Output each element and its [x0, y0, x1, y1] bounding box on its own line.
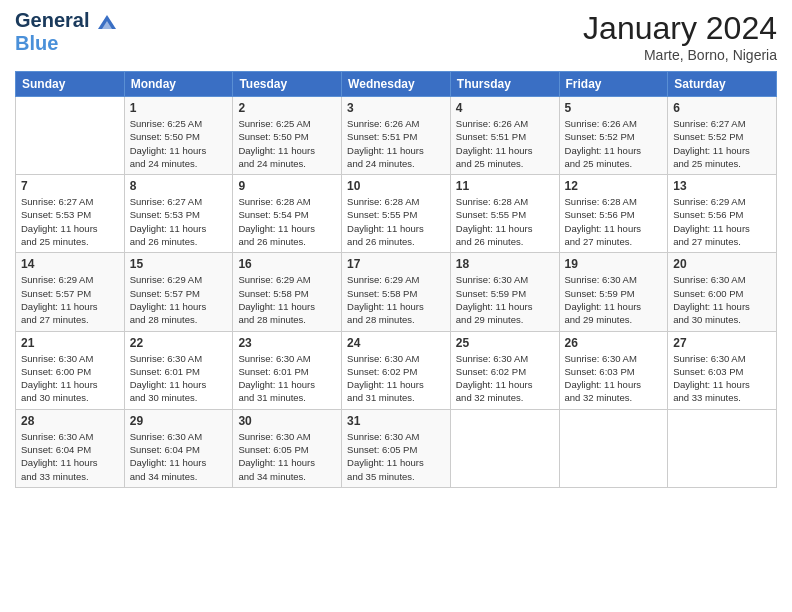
calendar-cell: 31Sunrise: 6:30 AM Sunset: 6:05 PM Dayli… — [342, 409, 451, 487]
day-number: 7 — [21, 179, 119, 193]
logo-general: General — [15, 10, 118, 33]
day-info: Sunrise: 6:29 AM Sunset: 5:58 PM Dayligh… — [238, 273, 336, 326]
week-row-2: 7Sunrise: 6:27 AM Sunset: 5:53 PM Daylig… — [16, 175, 777, 253]
week-row-1: 1Sunrise: 6:25 AM Sunset: 5:50 PM Daylig… — [16, 97, 777, 175]
day-info: Sunrise: 6:30 AM Sunset: 5:59 PM Dayligh… — [456, 273, 554, 326]
calendar-cell: 8Sunrise: 6:27 AM Sunset: 5:53 PM Daylig… — [124, 175, 233, 253]
calendar-cell: 2Sunrise: 6:25 AM Sunset: 5:50 PM Daylig… — [233, 97, 342, 175]
day-number: 28 — [21, 414, 119, 428]
calendar-cell: 21Sunrise: 6:30 AM Sunset: 6:00 PM Dayli… — [16, 331, 125, 409]
day-info: Sunrise: 6:27 AM Sunset: 5:53 PM Dayligh… — [21, 195, 119, 248]
day-number: 16 — [238, 257, 336, 271]
day-info: Sunrise: 6:30 AM Sunset: 6:04 PM Dayligh… — [21, 430, 119, 483]
day-info: Sunrise: 6:30 AM Sunset: 6:03 PM Dayligh… — [565, 352, 663, 405]
day-info: Sunrise: 6:30 AM Sunset: 6:02 PM Dayligh… — [456, 352, 554, 405]
day-info: Sunrise: 6:30 AM Sunset: 6:02 PM Dayligh… — [347, 352, 445, 405]
calendar-cell: 18Sunrise: 6:30 AM Sunset: 5:59 PM Dayli… — [450, 253, 559, 331]
calendar-cell: 6Sunrise: 6:27 AM Sunset: 5:52 PM Daylig… — [668, 97, 777, 175]
calendar-cell: 5Sunrise: 6:26 AM Sunset: 5:52 PM Daylig… — [559, 97, 668, 175]
day-number: 2 — [238, 101, 336, 115]
day-number: 6 — [673, 101, 771, 115]
logo: General Blue — [15, 10, 118, 53]
calendar-cell: 27Sunrise: 6:30 AM Sunset: 6:03 PM Dayli… — [668, 331, 777, 409]
logo-icon — [96, 11, 118, 33]
day-info: Sunrise: 6:26 AM Sunset: 5:51 PM Dayligh… — [347, 117, 445, 170]
day-number: 30 — [238, 414, 336, 428]
calendar-cell: 9Sunrise: 6:28 AM Sunset: 5:54 PM Daylig… — [233, 175, 342, 253]
day-info: Sunrise: 6:28 AM Sunset: 5:55 PM Dayligh… — [347, 195, 445, 248]
calendar-cell: 23Sunrise: 6:30 AM Sunset: 6:01 PM Dayli… — [233, 331, 342, 409]
day-number: 10 — [347, 179, 445, 193]
day-number: 12 — [565, 179, 663, 193]
day-number: 31 — [347, 414, 445, 428]
title-block: January 2024 Marte, Borno, Nigeria — [583, 10, 777, 63]
day-info: Sunrise: 6:26 AM Sunset: 5:51 PM Dayligh… — [456, 117, 554, 170]
week-row-5: 28Sunrise: 6:30 AM Sunset: 6:04 PM Dayli… — [16, 409, 777, 487]
weekday-header-thursday: Thursday — [450, 72, 559, 97]
calendar-cell — [668, 409, 777, 487]
calendar-cell: 22Sunrise: 6:30 AM Sunset: 6:01 PM Dayli… — [124, 331, 233, 409]
day-number: 14 — [21, 257, 119, 271]
day-info: Sunrise: 6:30 AM Sunset: 6:05 PM Dayligh… — [238, 430, 336, 483]
calendar-cell: 30Sunrise: 6:30 AM Sunset: 6:05 PM Dayli… — [233, 409, 342, 487]
day-info: Sunrise: 6:28 AM Sunset: 5:55 PM Dayligh… — [456, 195, 554, 248]
calendar-cell: 13Sunrise: 6:29 AM Sunset: 5:56 PM Dayli… — [668, 175, 777, 253]
day-info: Sunrise: 6:30 AM Sunset: 6:01 PM Dayligh… — [130, 352, 228, 405]
day-info: Sunrise: 6:30 AM Sunset: 6:05 PM Dayligh… — [347, 430, 445, 483]
calendar-cell: 3Sunrise: 6:26 AM Sunset: 5:51 PM Daylig… — [342, 97, 451, 175]
day-info: Sunrise: 6:27 AM Sunset: 5:52 PM Dayligh… — [673, 117, 771, 170]
logo-blue: Blue — [15, 33, 118, 53]
day-info: Sunrise: 6:29 AM Sunset: 5:58 PM Dayligh… — [347, 273, 445, 326]
day-number: 23 — [238, 336, 336, 350]
day-info: Sunrise: 6:28 AM Sunset: 5:56 PM Dayligh… — [565, 195, 663, 248]
day-number: 9 — [238, 179, 336, 193]
day-number: 21 — [21, 336, 119, 350]
calendar-cell: 24Sunrise: 6:30 AM Sunset: 6:02 PM Dayli… — [342, 331, 451, 409]
weekday-header-friday: Friday — [559, 72, 668, 97]
calendar-cell: 7Sunrise: 6:27 AM Sunset: 5:53 PM Daylig… — [16, 175, 125, 253]
day-number: 22 — [130, 336, 228, 350]
calendar-cell: 25Sunrise: 6:30 AM Sunset: 6:02 PM Dayli… — [450, 331, 559, 409]
header: General Blue January 2024 Marte, Borno, … — [15, 10, 777, 63]
day-info: Sunrise: 6:29 AM Sunset: 5:57 PM Dayligh… — [21, 273, 119, 326]
day-number: 20 — [673, 257, 771, 271]
calendar-cell — [16, 97, 125, 175]
calendar-cell: 28Sunrise: 6:30 AM Sunset: 6:04 PM Dayli… — [16, 409, 125, 487]
location-subtitle: Marte, Borno, Nigeria — [583, 47, 777, 63]
day-number: 11 — [456, 179, 554, 193]
calendar-page: General Blue January 2024 Marte, Borno, … — [0, 0, 792, 612]
calendar-cell: 10Sunrise: 6:28 AM Sunset: 5:55 PM Dayli… — [342, 175, 451, 253]
calendar-cell: 12Sunrise: 6:28 AM Sunset: 5:56 PM Dayli… — [559, 175, 668, 253]
day-info: Sunrise: 6:25 AM Sunset: 5:50 PM Dayligh… — [130, 117, 228, 170]
weekday-header-sunday: Sunday — [16, 72, 125, 97]
calendar-cell: 14Sunrise: 6:29 AM Sunset: 5:57 PM Dayli… — [16, 253, 125, 331]
weekday-header-row: SundayMondayTuesdayWednesdayThursdayFrid… — [16, 72, 777, 97]
day-info: Sunrise: 6:25 AM Sunset: 5:50 PM Dayligh… — [238, 117, 336, 170]
day-info: Sunrise: 6:29 AM Sunset: 5:57 PM Dayligh… — [130, 273, 228, 326]
day-number: 25 — [456, 336, 554, 350]
day-info: Sunrise: 6:26 AM Sunset: 5:52 PM Dayligh… — [565, 117, 663, 170]
calendar-cell: 20Sunrise: 6:30 AM Sunset: 6:00 PM Dayli… — [668, 253, 777, 331]
calendar-cell: 1Sunrise: 6:25 AM Sunset: 5:50 PM Daylig… — [124, 97, 233, 175]
day-info: Sunrise: 6:30 AM Sunset: 6:00 PM Dayligh… — [673, 273, 771, 326]
weekday-header-wednesday: Wednesday — [342, 72, 451, 97]
day-number: 13 — [673, 179, 771, 193]
day-info: Sunrise: 6:27 AM Sunset: 5:53 PM Dayligh… — [130, 195, 228, 248]
day-number: 27 — [673, 336, 771, 350]
day-info: Sunrise: 6:29 AM Sunset: 5:56 PM Dayligh… — [673, 195, 771, 248]
day-number: 17 — [347, 257, 445, 271]
day-number: 26 — [565, 336, 663, 350]
calendar-cell: 19Sunrise: 6:30 AM Sunset: 5:59 PM Dayli… — [559, 253, 668, 331]
calendar-table: SundayMondayTuesdayWednesdayThursdayFrid… — [15, 71, 777, 488]
weekday-header-tuesday: Tuesday — [233, 72, 342, 97]
day-info: Sunrise: 6:28 AM Sunset: 5:54 PM Dayligh… — [238, 195, 336, 248]
day-number: 8 — [130, 179, 228, 193]
day-info: Sunrise: 6:30 AM Sunset: 6:01 PM Dayligh… — [238, 352, 336, 405]
day-info: Sunrise: 6:30 AM Sunset: 5:59 PM Dayligh… — [565, 273, 663, 326]
day-info: Sunrise: 6:30 AM Sunset: 6:03 PM Dayligh… — [673, 352, 771, 405]
calendar-cell: 17Sunrise: 6:29 AM Sunset: 5:58 PM Dayli… — [342, 253, 451, 331]
day-number: 4 — [456, 101, 554, 115]
day-number: 15 — [130, 257, 228, 271]
day-number: 5 — [565, 101, 663, 115]
calendar-cell: 15Sunrise: 6:29 AM Sunset: 5:57 PM Dayli… — [124, 253, 233, 331]
